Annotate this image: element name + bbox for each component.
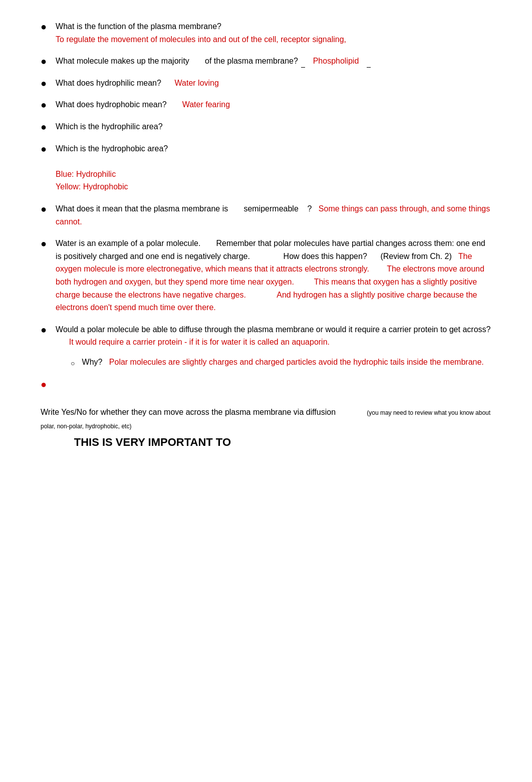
footer-important-text: THIS IS VERY IMPORTANT TO	[74, 436, 231, 448]
sub-question-1: Why?	[82, 358, 103, 366]
bullet-content-4: What does hydrophobic mean? Water fearin…	[56, 98, 491, 111]
sub-bullet-dot-1: ○	[71, 358, 75, 369]
bullet-item-9: ● Would a polar molecule be able to diff…	[41, 323, 491, 369]
answer-8: The oxygen molecule is more electronegat…	[56, 252, 484, 312]
question-2a: What molecule makes up the majority	[56, 57, 189, 65]
bullet-content-3: What does hydrophilic mean? Water loving	[56, 77, 491, 90]
sub-bullet-content-1: Why? Polar molecules are slightly charge…	[82, 356, 491, 369]
answer-1: To regulate the movement of molecules in…	[56, 35, 346, 44]
bullet-dot-7: ●	[41, 203, 47, 215]
empty-bullet-dot: ●	[41, 379, 47, 390]
bullet-dot-1: ●	[41, 21, 47, 33]
answer-4: Water fearing	[182, 100, 230, 109]
bullet-content-1: What is the function of the plasma membr…	[56, 20, 491, 46]
bullet-dot-8: ●	[41, 238, 47, 249]
question-2b: of the plasma membrane?	[205, 57, 298, 65]
bullet-content-7: What does it mean that the plasma membra…	[56, 202, 491, 228]
bullet-item-4: ● What does hydrophobic mean? Water fear…	[41, 98, 491, 111]
bullet-dot-2: ●	[41, 56, 47, 67]
blank-2b	[367, 67, 371, 68]
question-8: Water is an example of a polar molecule.…	[56, 239, 485, 260]
question-7c: ?	[308, 204, 312, 213]
bullet-item-7: ● What does it mean that the plasma memb…	[41, 202, 491, 228]
page-content: ● What is the function of the plasma mem…	[41, 20, 491, 451]
bullet-dot-4: ●	[41, 99, 47, 111]
bullet-item-3: ● What does hydrophilic mean? Water lovi…	[41, 77, 491, 90]
empty-bullet: ●	[41, 378, 491, 390]
question-9: Would a polar molecule be able to diffus…	[56, 325, 490, 334]
sub-bullet-item-1: ○ Why? Polar molecules are slightly char…	[56, 356, 491, 369]
bullet-content-5: Which is the hydrophilic area?	[56, 120, 491, 133]
footer-main-text: Write Yes/No for whether they can move a…	[41, 408, 336, 416]
bullet-item-2: ● What molecule makes up the majority of…	[41, 55, 491, 68]
bullet-content-9: Would a polar molecule be able to diffus…	[56, 323, 491, 369]
bullet-dot-6: ●	[41, 143, 47, 155]
question-3: What does hydrophilic mean?	[56, 79, 161, 87]
answer-2: Phospholipid	[313, 57, 359, 65]
blank-2a	[301, 67, 305, 68]
bullet-dot-3: ●	[41, 78, 47, 89]
question-4: What does hydrophobic mean?	[56, 100, 166, 109]
bullet-content-6: Which is the hydrophobic area? Blue: Hyd…	[56, 142, 491, 193]
answer-6: Blue: HydrophilicYellow: Hydrophobic	[56, 170, 128, 191]
bullet-content-2: What molecule makes up the majority of t…	[56, 55, 491, 68]
bullet-item-6: ● Which is the hydrophobic area? Blue: H…	[41, 142, 491, 193]
question-7b: semipermeable	[243, 204, 298, 213]
sub-answer-1: Polar molecules are slightly charges and…	[109, 358, 484, 366]
bullet-item-1: ● What is the function of the plasma mem…	[41, 20, 491, 46]
question-1: What is the function of the plasma membr…	[56, 22, 221, 31]
bullet-item-8: ● Water is an example of a polar molecul…	[41, 237, 491, 314]
bullet-dot-9: ●	[41, 324, 47, 336]
bullet-content-8: Water is an example of a polar molecule.…	[56, 237, 491, 314]
question-7a: What does it mean that the plasma membra…	[56, 204, 228, 213]
question-6: Which is the hydrophobic area?	[56, 144, 168, 153]
answer-9: It would require a carrier protein - if …	[69, 338, 330, 346]
bullet-item-5: ● Which is the hydrophilic area?	[41, 120, 491, 133]
answer-3: Water loving	[175, 79, 219, 87]
bullet-dot-5: ●	[41, 121, 47, 133]
footer-section: Write Yes/No for whether they can move a…	[41, 405, 491, 451]
question-5: Which is the hydrophilic area?	[56, 122, 162, 131]
